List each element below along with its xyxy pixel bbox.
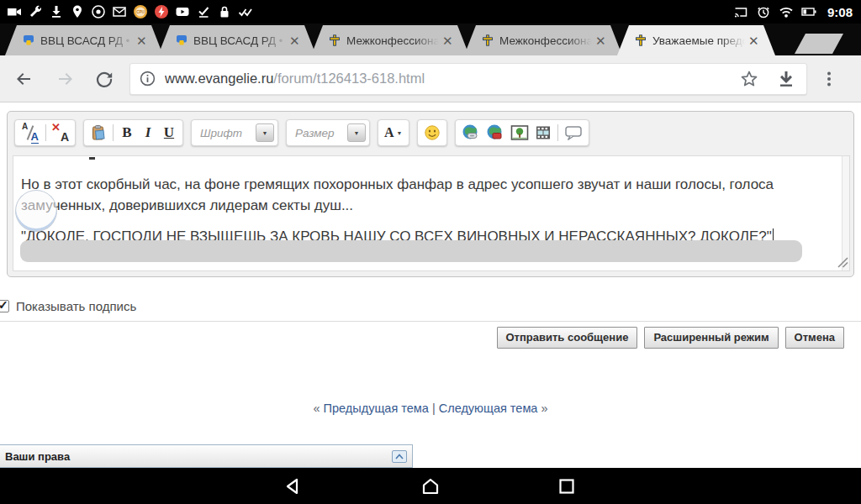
back-button[interactable] <box>13 69 34 89</box>
paste-icon[interactable] <box>90 123 107 143</box>
insert-image-icon[interactable] <box>510 123 529 143</box>
youtube-icon <box>175 4 190 19</box>
rights-label: Ваши права <box>5 450 392 463</box>
alarm-clock-icon <box>756 4 771 19</box>
switch-editor-mode-icon[interactable]: A A <box>21 123 40 142</box>
browser-tab-2[interactable]: ВВЦ ВСАСД РД • Про ✕ <box>158 25 316 55</box>
font-select-label: Шрифт <box>192 127 256 139</box>
url-text[interactable]: www.evangelie.ru/forum/t126413-618.html <box>165 71 739 87</box>
color-a-label: A <box>384 125 394 140</box>
quote-icon[interactable] <box>564 123 583 143</box>
lantern-favicon <box>23 34 34 46</box>
browser-toolbar: www.evangelie.ru/forum/t126413-618.html <box>0 55 861 102</box>
cancel-button[interactable]: Отмена <box>785 327 844 349</box>
chevron-down-icon[interactable]: ▼ <box>347 123 366 142</box>
system-status-icons: 9:08 <box>733 4 861 19</box>
gmail-icon <box>112 4 127 19</box>
remove-format-icon[interactable]: ✕ A <box>52 123 69 142</box>
screen: CPU 9:08 ВВЦ ВСАСД РД • Про ✕ ВВЦ ВСАСД … <box>0 0 861 504</box>
android-status-bar: CPU 9:08 <box>0 0 861 24</box>
cross-favicon <box>482 34 494 46</box>
tab-close-icon[interactable]: ✕ <box>442 34 453 47</box>
nav-suffix: » <box>541 402 547 415</box>
check-underline-icon <box>196 4 211 19</box>
bold-button[interactable]: B <box>119 123 135 143</box>
size-select-label: Размер <box>287 127 347 139</box>
nav-separator: | <box>432 402 436 415</box>
previous-topic-link[interactable]: Предыдущая тема <box>324 402 429 415</box>
lock-icon <box>217 4 232 19</box>
browser-tab-3[interactable]: Межконфессиональ ✕ <box>311 25 469 55</box>
font-color-button[interactable]: A ▼ <box>384 123 403 143</box>
letter-a: A <box>61 130 69 144</box>
overflow-menu-icon[interactable] <box>819 69 839 89</box>
tab-close-icon[interactable]: ✕ <box>595 34 606 47</box>
collapse-button[interactable] <box>392 450 407 463</box>
letter-a-small: A <box>22 122 28 131</box>
double-check-icon <box>238 4 253 19</box>
underline-button[interactable]: U <box>161 123 177 143</box>
video-camera-icon <box>7 4 22 19</box>
download-page-icon[interactable] <box>776 69 796 89</box>
android-navigation-bar <box>0 468 861 504</box>
divider <box>0 321 861 322</box>
browser-tab-4[interactable]: Межконфессиональ ✕ <box>464 25 622 55</box>
insert-video-icon[interactable] <box>535 123 552 143</box>
forward-button[interactable] <box>55 69 76 89</box>
chevron-down-icon: ▼ <box>397 130 403 136</box>
tab-title: Межконфессиональ <box>499 34 594 47</box>
message-line-1: Но в этот скорбный час, на фоне гремящих… <box>21 174 830 195</box>
smiley-icon[interactable] <box>424 123 441 143</box>
tab-close-icon[interactable]: ✕ <box>748 34 759 47</box>
message-textarea[interactable]: Но в этот скорбный час, на фоне гремящих… <box>13 155 850 271</box>
notification-icons: CPU <box>0 4 733 19</box>
reload-button[interactable] <box>94 69 114 89</box>
resize-grip-icon[interactable] <box>837 256 849 269</box>
smiley-group <box>417 119 447 146</box>
letter-a-big: A <box>31 131 39 144</box>
map-pin-icon <box>70 4 85 19</box>
topic-navigation: « Предыдущая тема | Следующая тема » <box>0 402 861 415</box>
android-recents-button[interactable] <box>556 475 578 497</box>
message-editor-panel: A A ✕ A B I U <box>7 111 854 277</box>
android-home-button[interactable] <box>420 475 441 497</box>
wifi-icon <box>779 4 794 19</box>
font-select[interactable]: Шрифт ▼ <box>191 119 278 146</box>
remove-link-icon[interactable] <box>486 123 504 143</box>
size-select[interactable]: Размер ▼ <box>286 119 370 146</box>
next-topic-link[interactable]: Следующая тема <box>439 402 538 415</box>
signature-checkbox[interactable] <box>0 300 9 312</box>
submit-message-button[interactable]: Отправить сообщение <box>497 327 638 349</box>
editor-toolbar: A A ✕ A B I U <box>8 112 853 148</box>
tab-title: Межконфессиональ <box>346 34 441 47</box>
android-back-button[interactable] <box>283 475 305 497</box>
clock-time: 9:08 <box>827 5 853 19</box>
nav-prefix: « <box>313 402 320 415</box>
browser-tab-5-active[interactable]: Уважаемые предсто ✕ <box>617 25 775 55</box>
insert-link-icon[interactable] <box>462 123 480 143</box>
battery-icon <box>801 4 816 19</box>
cpu-badge-icon: CPU <box>133 4 148 19</box>
wrench-icon <box>28 4 43 19</box>
signature-option-row: Показывать подпись <box>0 299 136 313</box>
advanced-mode-button[interactable]: Расширенный режим <box>644 327 778 349</box>
tab-title: ВВЦ ВСАСД РД • Про <box>40 34 135 47</box>
tab-overflow-stub[interactable] <box>795 34 843 54</box>
italic-button[interactable]: I <box>140 123 156 143</box>
url-field[interactable]: www.evangelie.ru/forum/t126413-618.html <box>129 63 807 95</box>
cross-favicon <box>635 34 647 46</box>
tab-close-icon[interactable]: ✕ <box>136 34 147 47</box>
tab-close-icon[interactable]: ✕ <box>289 34 300 47</box>
textarea-horizontal-scrollbar[interactable] <box>20 240 802 262</box>
red-x: ✕ <box>51 121 61 134</box>
message-text: Но в этот скорбный час, на фоне гремящих… <box>21 156 830 247</box>
svg-text:CPU: CPU <box>136 10 145 14</box>
chevron-down-icon[interactable]: ▼ <box>256 123 274 142</box>
browser-tab-1[interactable]: ВВЦ ВСАСД РД • Про ✕ <box>5 25 163 55</box>
page-info-icon[interactable] <box>139 70 156 87</box>
clipboard-format-group: B I U <box>83 119 183 146</box>
cross-favicon <box>329 34 341 46</box>
bookmark-star-icon[interactable] <box>739 69 759 89</box>
font-color-group: A ▼ <box>378 119 409 146</box>
textarea-vertical-scrollbar[interactable] <box>842 156 849 270</box>
